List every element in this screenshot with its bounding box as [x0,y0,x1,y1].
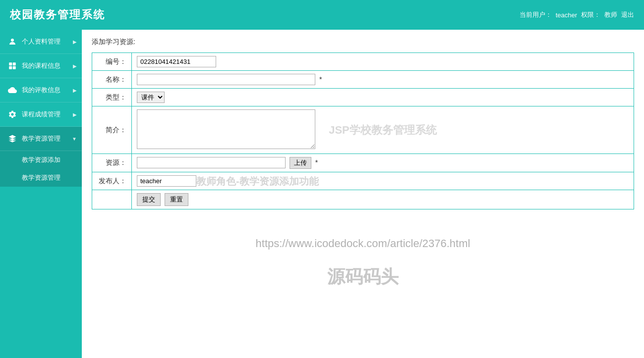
table-row-id: 编号： [92,53,634,71]
svg-rect-3 [9,66,12,69]
reset-button[interactable]: 重置 [165,193,188,206]
watermark-url: https://www.icodedock.com/article/2376.h… [82,237,644,250]
svg-rect-4 [13,66,16,69]
buttons-value-cell: 提交 重置 [132,190,634,209]
sidebar-item-resources-label: 教学资源管理 [22,134,72,143]
content-area: 添加学习资源: 编号： 名称： * [82,30,644,358]
role: 教师 [604,10,617,19]
publisher-label: 发布人： [92,172,132,190]
sidebar-item-evaluation[interactable]: 我的评教信息 ▶ [0,78,82,102]
resource-input[interactable] [137,157,286,168]
sidebar-item-courses[interactable]: 我的课程信息 ▶ [0,54,82,78]
description-label: 简介： [92,106,132,154]
resource-required-star: * [315,158,318,166]
sidebar-item-grades-label: 课程成绩管理 [22,110,73,119]
chevron-right-icon-courses: ▶ [73,63,77,69]
layers-icon [7,133,18,144]
upload-button[interactable]: 上传 [290,157,311,169]
chevron-right-icon-profile: ▶ [73,39,77,45]
sidebar-item-profile[interactable]: 个人资料管理 ▶ [0,30,82,54]
form-title: 添加学习资源: [92,38,634,47]
table-row-type: 类型： 课件 视频 文档 其他 [92,89,634,106]
svg-rect-2 [13,62,16,65]
id-value-cell [132,53,634,71]
id-label: 编号： [92,53,132,71]
sidebar: 个人资料管理 ▶ 我的课程信息 ▶ 我的评教信息 ▶ [0,30,82,358]
table-row-publisher: 发布人： 教师角色-教学资源添加功能 [92,172,634,190]
publisher-input[interactable] [137,175,196,187]
sidebar-item-evaluation-label: 我的评教信息 [22,86,73,95]
header: 校园教务管理系统 当前用户： teacher 权限： 教师 退出 [0,0,644,30]
main-layout: 个人资料管理 ▶ 我的课程信息 ▶ 我的评教信息 ▶ [0,30,644,358]
id-input[interactable] [137,56,216,67]
type-label: 类型： [92,89,132,106]
watermark-area: https://www.icodedock.com/article/2376.h… [82,237,644,289]
type-value-cell: 课件 视频 文档 其他 [132,89,634,106]
table-row-name: 名称： * [92,71,634,89]
svg-rect-1 [9,62,12,65]
chevron-right-icon-grades: ▶ [73,112,77,117]
description-value-cell: JSP学校教务管理系统 [132,106,634,154]
header-user-info: 当前用户： teacher 权限： 教师 退出 [520,10,634,19]
sidebar-item-profile-label: 个人资料管理 [22,37,73,46]
resource-value-cell: 上传 * [132,154,634,172]
table-row-resource: 资源： 上传 * [92,154,634,172]
username: teacher [556,11,577,19]
table-row-buttons: 提交 重置 [92,190,634,209]
chevron-down-icon-resources: ▼ [72,136,77,142]
buttons-label-cell [92,190,132,209]
submit-button[interactable]: 提交 [137,193,161,206]
role-label: 权限： [581,10,600,19]
user-label: 当前用户： [520,10,552,19]
description-textarea[interactable] [137,109,315,149]
svg-point-0 [11,39,14,42]
logout-link[interactable]: 退出 [621,10,634,19]
app-title: 校园教务管理系统 [10,7,105,22]
name-label: 名称： [92,71,132,89]
teacher-overlay-span: 教师角色-教学资源添加功能 [196,174,319,188]
form-table: 编号： 名称： * 类型： [92,52,634,209]
name-input[interactable] [137,74,315,85]
resource-label: 资源： [92,154,132,172]
name-value-cell: * [132,71,634,89]
cloud-icon [7,85,18,96]
gear-icon [7,109,18,120]
publisher-value-cell: 教师角色-教学资源添加功能 [132,172,634,190]
sidebar-sub-item-manage-resource[interactable]: 教学资源管理 [0,169,82,187]
app-icon [7,60,18,71]
table-row-description: 简介： JSP学校教务管理系统 [92,106,634,154]
type-select[interactable]: 课件 视频 文档 其他 [137,92,165,103]
sidebar-item-grades[interactable]: 课程成绩管理 ▶ [0,102,82,127]
sidebar-item-courses-label: 我的课程信息 [22,61,73,70]
sidebar-sub-item-add-resource[interactable]: 教学资源添加 [0,151,82,169]
person-icon [7,36,18,47]
sidebar-item-resources[interactable]: 教学资源管理 ▼ [0,127,82,151]
name-required-star: * [319,75,322,83]
form-container: 添加学习资源: 编号： 名称： * [82,30,644,217]
watermark-title: 源码码头 [82,265,644,289]
chevron-right-icon-evaluation: ▶ [73,88,77,93]
sidebar-sub-menu: 教学资源添加 教学资源管理 [0,151,82,187]
